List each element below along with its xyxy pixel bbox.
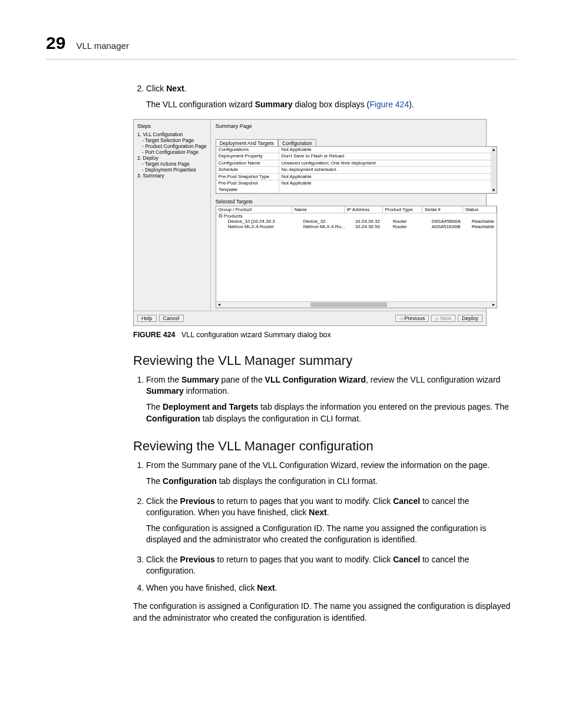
bold: Next xyxy=(257,583,275,592)
config-step-1: From the Summary pane of the VLL Configu… xyxy=(146,460,516,487)
bold: Previous xyxy=(180,496,215,506)
text: , review the VLL configuration wizard xyxy=(366,375,500,384)
intro-step-2: Click Next. The VLL configuration wizard… xyxy=(146,83,516,111)
targets-tree: Group / Product Name IP Address Product … xyxy=(216,206,497,308)
intro-line2a: The VLL configuration wizard xyxy=(146,100,255,109)
bold: Configuration xyxy=(146,414,200,423)
prop-key: Configurations xyxy=(216,147,279,153)
col-ip: IP Address xyxy=(345,206,383,213)
cell-name: Device_32 xyxy=(301,219,353,224)
bold: Deployment and Targets xyxy=(163,402,258,411)
col-product-type: Product Type xyxy=(383,206,422,213)
col-name: Name xyxy=(292,206,345,213)
prop-val: Not Applicable xyxy=(279,174,497,180)
chapter-title: VLL manager xyxy=(76,41,129,51)
cell-status: Reachable xyxy=(470,219,497,224)
col-group: Group / Product xyxy=(216,206,292,213)
summary-page-header: Summary Page xyxy=(211,120,502,130)
scroll-left-icon[interactable]: ◂ xyxy=(216,302,222,307)
prop-val: Don't Save to Flash or Reload xyxy=(279,153,497,160)
intro-line2c: dialog box displays ( xyxy=(293,100,370,109)
cell-serial: D8SA45B00A xyxy=(429,219,470,224)
bold: Summary xyxy=(146,386,184,396)
text: Click the xyxy=(146,496,180,506)
cell-ip: 10.24.39.32 xyxy=(353,219,391,224)
next-button: Next xyxy=(431,315,455,322)
scroll-down-icon[interactable]: ▾ xyxy=(491,187,497,193)
prop-val: Not Applicable xyxy=(279,147,497,153)
wizard-step: 2. Deploy xyxy=(137,155,207,161)
text: tab displays the information you entered… xyxy=(258,402,508,411)
cell-ptype xyxy=(381,213,420,219)
cell-name: NetIron MLX-4 Ro... xyxy=(301,224,353,229)
summary-dialog: Steps 1. VLL Configuration - Target Sele… xyxy=(133,119,487,326)
wizard-steps-pane: Steps 1. VLL Configuration - Target Sele… xyxy=(134,120,211,311)
text: to return to pages that you want to modi… xyxy=(215,496,393,506)
previous-button[interactable]: Previous xyxy=(395,315,429,322)
cell-name xyxy=(292,213,343,219)
cell-status xyxy=(460,213,497,219)
running-head: 29 VLL manager xyxy=(46,33,516,60)
scroll-right-icon[interactable]: ▸ xyxy=(491,302,497,307)
config-step-2: Click the Previous to return to pages th… xyxy=(146,496,516,546)
text: When you have finished, click xyxy=(146,583,257,592)
text: From the xyxy=(146,375,181,384)
cell-status: Reachable xyxy=(470,224,497,229)
text: . xyxy=(275,583,277,592)
figure-424: Steps 1. VLL Configuration - Target Sele… xyxy=(133,119,487,326)
tree-row[interactable]: Device_32 [10.24.39.3 Device_32 10.24.39… xyxy=(216,219,497,224)
wizard-step: - Port Configuration Page xyxy=(137,149,207,155)
intro-next-bold: Next xyxy=(166,84,184,93)
text: pane of the xyxy=(219,375,265,384)
prop-val: Not Applicable xyxy=(279,180,497,193)
col-serial: Serial # xyxy=(422,206,463,213)
scroll-thumb[interactable] xyxy=(310,302,387,307)
intro-line2end: ). xyxy=(409,100,414,109)
scrollbar-horizontal[interactable]: ◂ ▸ xyxy=(216,301,497,308)
text: The xyxy=(146,476,163,486)
col-status: Status xyxy=(463,206,497,213)
config-step-4: When you have finished, click Next. xyxy=(146,582,516,594)
text: tab displays the configuration in CLI fo… xyxy=(217,476,378,486)
scroll-up-icon[interactable]: ▴ xyxy=(491,147,497,153)
bold: Configuration xyxy=(163,476,217,486)
text: The xyxy=(146,402,163,411)
cell-ip: 10.24.38.50 xyxy=(353,224,391,229)
figure-caption: FIGURE 424 VLL configuration wizard Summ… xyxy=(133,331,516,339)
tree-row[interactable]: NetIron MLX-4 Router NetIron MLX-4 Ro...… xyxy=(216,224,497,229)
cell-ptype: Router xyxy=(391,224,429,229)
bold: Next xyxy=(309,508,326,517)
prop-val: Unsaved configuration; One time deployme… xyxy=(279,160,497,167)
cancel-button[interactable]: Cancel xyxy=(159,315,184,322)
scrollbar-vertical[interactable]: ▴ ▾ xyxy=(491,147,497,194)
bold: Cancel xyxy=(393,555,420,564)
period: . xyxy=(184,84,187,93)
summary-step-1: From the Summary pane of the VLL Configu… xyxy=(146,374,516,424)
figure-caption-label: FIGURE 424 xyxy=(133,331,176,339)
intro-summary-bold: Summary xyxy=(255,100,293,109)
text: . xyxy=(327,508,329,517)
text: From the Summary pane of the VLL Configu… xyxy=(146,460,490,470)
config-steps: From the Summary pane of the VLL Configu… xyxy=(133,460,516,594)
bold: Summary xyxy=(181,375,219,384)
tree-row[interactable]: Products xyxy=(216,213,497,219)
figure-link[interactable]: Figure 424 xyxy=(369,100,409,109)
cell-ip xyxy=(343,213,381,219)
figure-caption-text: VLL configuration wizard Summary dialog … xyxy=(181,331,331,339)
wizard-step: - Deployment Properties xyxy=(137,167,207,173)
cell-group: NetIron MLX-4 Router xyxy=(216,224,301,229)
deploy-button[interactable]: Deploy xyxy=(458,315,482,322)
prop-key: Schedule xyxy=(216,167,279,173)
section-config-title: Reviewing the VLL Manager configuration xyxy=(133,439,516,454)
text: to return to pages that you want to modi… xyxy=(215,555,393,564)
cell-ptype: Router xyxy=(391,219,429,224)
prop-key: Configuration Name xyxy=(216,160,279,167)
help-button[interactable]: Help xyxy=(137,315,157,322)
section-summary-title: Reviewing the VLL Manager summary xyxy=(133,353,516,368)
intro-click-text: Click xyxy=(146,84,166,93)
wizard-step: - Target Actions Page xyxy=(137,161,207,167)
prop-key: Pre-Post Snapshot Template xyxy=(216,180,279,193)
wizard-step: 1. VLL Configuration xyxy=(137,131,207,137)
cell-group: Products xyxy=(216,213,292,219)
config-trailer: The configuration is assigned a Configur… xyxy=(133,600,516,624)
